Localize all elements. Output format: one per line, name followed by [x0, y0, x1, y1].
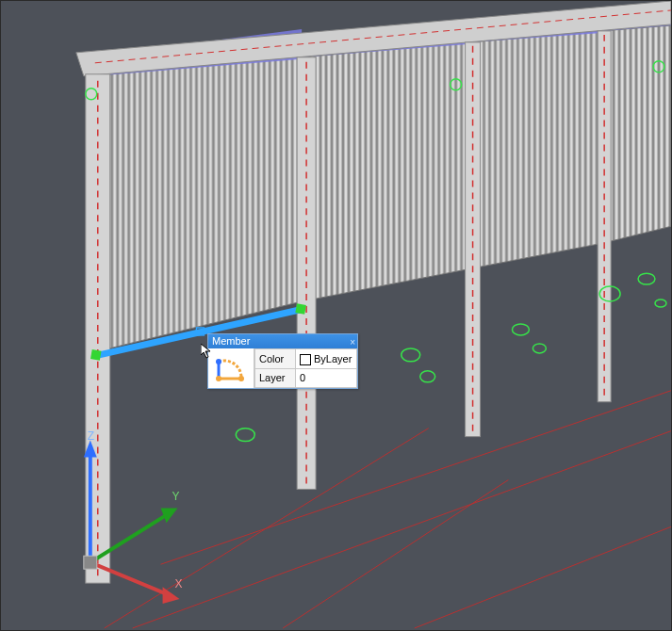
svg-point-31: [512, 324, 529, 335]
svg-line-3: [133, 431, 671, 628]
table-row: Layer 0: [255, 368, 357, 387]
prop-value-color[interactable]: ByLayer: [296, 349, 357, 369]
svg-point-30: [420, 371, 435, 382]
svg-point-50: [238, 376, 244, 381]
close-icon[interactable]: ×: [350, 335, 355, 349]
svg-point-34: [655, 299, 666, 307]
svg-line-4: [161, 391, 671, 564]
svg-marker-11: [602, 25, 671, 243]
prop-key: Layer: [255, 368, 296, 387]
svg-rect-38: [90, 349, 102, 361]
svg-point-29: [402, 348, 420, 362]
color-swatch: [300, 354, 311, 365]
panel-titlebar[interactable]: Member ×: [208, 334, 357, 348]
quick-properties-panel[interactable]: Member × Color ByLayer Layer 0: [207, 333, 358, 389]
properties-table: Color ByLayer Layer 0: [254, 348, 357, 388]
svg-marker-10: [471, 31, 603, 268]
axis-y-label: Y: [172, 490, 180, 503]
cad-viewport[interactable]: Z Y X Member × Color ByLayer Layer 0: [0, 0, 672, 631]
svg-rect-39: [295, 303, 306, 315]
svg-line-5: [415, 526, 671, 628]
svg-line-7: [283, 479, 508, 628]
table-row: Color ByLayer: [255, 349, 357, 369]
svg-rect-47: [84, 556, 97, 569]
panel-title-text: Member: [212, 335, 250, 347]
svg-point-35: [236, 429, 254, 442]
svg-point-32: [533, 344, 546, 353]
svg-line-6: [105, 429, 429, 628]
svg-marker-9: [302, 42, 470, 301]
svg-point-49: [216, 359, 221, 364]
prop-value-layer[interactable]: 0: [296, 368, 357, 387]
svg-point-48: [216, 376, 221, 381]
svg-marker-8: [90, 57, 302, 353]
member-type-icon: [208, 348, 254, 388]
axis-z-label: Z: [88, 429, 94, 443]
prop-key: Color: [255, 349, 296, 369]
axis-x-label: X: [175, 577, 183, 591]
svg-point-36: [638, 273, 655, 284]
model-scene: Z Y X: [1, 1, 671, 630]
